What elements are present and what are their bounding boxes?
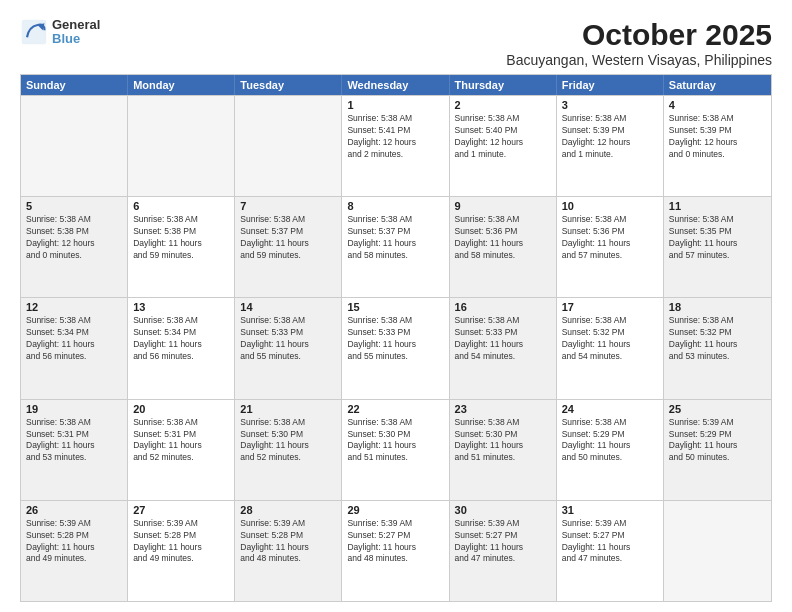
week-row-4: 26Sunrise: 5:39 AM Sunset: 5:28 PM Dayli… bbox=[21, 500, 771, 601]
main-title: October 2025 bbox=[506, 18, 772, 52]
cal-cell: 18Sunrise: 5:38 AM Sunset: 5:32 PM Dayli… bbox=[664, 298, 771, 398]
cal-cell: 26Sunrise: 5:39 AM Sunset: 5:28 PM Dayli… bbox=[21, 501, 128, 601]
day-info: Sunrise: 5:38 AM Sunset: 5:36 PM Dayligh… bbox=[455, 214, 551, 262]
day-info: Sunrise: 5:38 AM Sunset: 5:31 PM Dayligh… bbox=[26, 417, 122, 465]
day-number: 22 bbox=[347, 403, 443, 415]
cal-cell: 20Sunrise: 5:38 AM Sunset: 5:31 PM Dayli… bbox=[128, 400, 235, 500]
cal-cell: 17Sunrise: 5:38 AM Sunset: 5:32 PM Dayli… bbox=[557, 298, 664, 398]
day-number: 25 bbox=[669, 403, 766, 415]
day-info: Sunrise: 5:38 AM Sunset: 5:30 PM Dayligh… bbox=[455, 417, 551, 465]
header-day-monday: Monday bbox=[128, 75, 235, 95]
day-number: 29 bbox=[347, 504, 443, 516]
week-row-1: 5Sunrise: 5:38 AM Sunset: 5:38 PM Daylig… bbox=[21, 196, 771, 297]
day-info: Sunrise: 5:38 AM Sunset: 5:39 PM Dayligh… bbox=[669, 113, 766, 161]
cal-cell: 29Sunrise: 5:39 AM Sunset: 5:27 PM Dayli… bbox=[342, 501, 449, 601]
day-info: Sunrise: 5:38 AM Sunset: 5:33 PM Dayligh… bbox=[347, 315, 443, 363]
day-info: Sunrise: 5:38 AM Sunset: 5:41 PM Dayligh… bbox=[347, 113, 443, 161]
cal-cell: 7Sunrise: 5:38 AM Sunset: 5:37 PM Daylig… bbox=[235, 197, 342, 297]
day-number: 8 bbox=[347, 200, 443, 212]
cal-cell: 8Sunrise: 5:38 AM Sunset: 5:37 PM Daylig… bbox=[342, 197, 449, 297]
header-day-thursday: Thursday bbox=[450, 75, 557, 95]
cal-cell: 25Sunrise: 5:39 AM Sunset: 5:29 PM Dayli… bbox=[664, 400, 771, 500]
cal-cell: 3Sunrise: 5:38 AM Sunset: 5:39 PM Daylig… bbox=[557, 96, 664, 196]
day-number: 11 bbox=[669, 200, 766, 212]
cal-cell: 4Sunrise: 5:38 AM Sunset: 5:39 PM Daylig… bbox=[664, 96, 771, 196]
header-row: General Blue October 2025 Bacuyangan, We… bbox=[20, 18, 772, 68]
title-section: October 2025 Bacuyangan, Western Visayas… bbox=[506, 18, 772, 68]
cal-cell: 16Sunrise: 5:38 AM Sunset: 5:33 PM Dayli… bbox=[450, 298, 557, 398]
day-number: 21 bbox=[240, 403, 336, 415]
cal-cell: 12Sunrise: 5:38 AM Sunset: 5:34 PM Dayli… bbox=[21, 298, 128, 398]
cal-cell: 22Sunrise: 5:38 AM Sunset: 5:30 PM Dayli… bbox=[342, 400, 449, 500]
day-info: Sunrise: 5:38 AM Sunset: 5:36 PM Dayligh… bbox=[562, 214, 658, 262]
day-number: 17 bbox=[562, 301, 658, 313]
day-info: Sunrise: 5:39 AM Sunset: 5:27 PM Dayligh… bbox=[562, 518, 658, 566]
day-number: 19 bbox=[26, 403, 122, 415]
header-day-friday: Friday bbox=[557, 75, 664, 95]
cal-cell bbox=[128, 96, 235, 196]
week-row-3: 19Sunrise: 5:38 AM Sunset: 5:31 PM Dayli… bbox=[21, 399, 771, 500]
day-number: 14 bbox=[240, 301, 336, 313]
day-info: Sunrise: 5:38 AM Sunset: 5:34 PM Dayligh… bbox=[133, 315, 229, 363]
logo-icon bbox=[20, 18, 48, 46]
day-info: Sunrise: 5:38 AM Sunset: 5:34 PM Dayligh… bbox=[26, 315, 122, 363]
day-number: 1 bbox=[347, 99, 443, 111]
day-info: Sunrise: 5:38 AM Sunset: 5:30 PM Dayligh… bbox=[240, 417, 336, 465]
day-info: Sunrise: 5:38 AM Sunset: 5:30 PM Dayligh… bbox=[347, 417, 443, 465]
cal-cell: 31Sunrise: 5:39 AM Sunset: 5:27 PM Dayli… bbox=[557, 501, 664, 601]
calendar-body: 1Sunrise: 5:38 AM Sunset: 5:41 PM Daylig… bbox=[21, 95, 771, 601]
day-number: 2 bbox=[455, 99, 551, 111]
logo-line2: Blue bbox=[52, 32, 100, 46]
day-number: 5 bbox=[26, 200, 122, 212]
day-info: Sunrise: 5:38 AM Sunset: 5:31 PM Dayligh… bbox=[133, 417, 229, 465]
day-info: Sunrise: 5:39 AM Sunset: 5:28 PM Dayligh… bbox=[240, 518, 336, 566]
cal-cell bbox=[235, 96, 342, 196]
cal-cell: 28Sunrise: 5:39 AM Sunset: 5:28 PM Dayli… bbox=[235, 501, 342, 601]
cal-cell: 9Sunrise: 5:38 AM Sunset: 5:36 PM Daylig… bbox=[450, 197, 557, 297]
day-info: Sunrise: 5:38 AM Sunset: 5:38 PM Dayligh… bbox=[26, 214, 122, 262]
logo-text: General Blue bbox=[52, 18, 100, 47]
cal-cell bbox=[21, 96, 128, 196]
day-info: Sunrise: 5:38 AM Sunset: 5:29 PM Dayligh… bbox=[562, 417, 658, 465]
day-info: Sunrise: 5:38 AM Sunset: 5:32 PM Dayligh… bbox=[562, 315, 658, 363]
day-info: Sunrise: 5:38 AM Sunset: 5:38 PM Dayligh… bbox=[133, 214, 229, 262]
day-number: 7 bbox=[240, 200, 336, 212]
day-number: 15 bbox=[347, 301, 443, 313]
day-number: 12 bbox=[26, 301, 122, 313]
cal-cell: 21Sunrise: 5:38 AM Sunset: 5:30 PM Dayli… bbox=[235, 400, 342, 500]
day-info: Sunrise: 5:38 AM Sunset: 5:32 PM Dayligh… bbox=[669, 315, 766, 363]
day-number: 27 bbox=[133, 504, 229, 516]
day-number: 6 bbox=[133, 200, 229, 212]
calendar-header: SundayMondayTuesdayWednesdayThursdayFrid… bbox=[21, 75, 771, 95]
day-number: 16 bbox=[455, 301, 551, 313]
page: General Blue October 2025 Bacuyangan, We… bbox=[0, 0, 792, 612]
header-day-sunday: Sunday bbox=[21, 75, 128, 95]
day-number: 9 bbox=[455, 200, 551, 212]
cal-cell: 19Sunrise: 5:38 AM Sunset: 5:31 PM Dayli… bbox=[21, 400, 128, 500]
cal-cell: 6Sunrise: 5:38 AM Sunset: 5:38 PM Daylig… bbox=[128, 197, 235, 297]
week-row-2: 12Sunrise: 5:38 AM Sunset: 5:34 PM Dayli… bbox=[21, 297, 771, 398]
day-info: Sunrise: 5:38 AM Sunset: 5:39 PM Dayligh… bbox=[562, 113, 658, 161]
cal-cell: 15Sunrise: 5:38 AM Sunset: 5:33 PM Dayli… bbox=[342, 298, 449, 398]
day-number: 28 bbox=[240, 504, 336, 516]
day-number: 13 bbox=[133, 301, 229, 313]
week-row-0: 1Sunrise: 5:38 AM Sunset: 5:41 PM Daylig… bbox=[21, 95, 771, 196]
day-info: Sunrise: 5:38 AM Sunset: 5:33 PM Dayligh… bbox=[240, 315, 336, 363]
day-number: 23 bbox=[455, 403, 551, 415]
cal-cell: 2Sunrise: 5:38 AM Sunset: 5:40 PM Daylig… bbox=[450, 96, 557, 196]
logo: General Blue bbox=[20, 18, 100, 47]
day-number: 24 bbox=[562, 403, 658, 415]
cal-cell: 14Sunrise: 5:38 AM Sunset: 5:33 PM Dayli… bbox=[235, 298, 342, 398]
cal-cell: 13Sunrise: 5:38 AM Sunset: 5:34 PM Dayli… bbox=[128, 298, 235, 398]
calendar: SundayMondayTuesdayWednesdayThursdayFrid… bbox=[20, 74, 772, 602]
cal-cell: 1Sunrise: 5:38 AM Sunset: 5:41 PM Daylig… bbox=[342, 96, 449, 196]
day-number: 30 bbox=[455, 504, 551, 516]
cal-cell bbox=[664, 501, 771, 601]
day-number: 3 bbox=[562, 99, 658, 111]
day-info: Sunrise: 5:39 AM Sunset: 5:29 PM Dayligh… bbox=[669, 417, 766, 465]
day-info: Sunrise: 5:38 AM Sunset: 5:37 PM Dayligh… bbox=[347, 214, 443, 262]
cal-cell: 24Sunrise: 5:38 AM Sunset: 5:29 PM Dayli… bbox=[557, 400, 664, 500]
cal-cell: 30Sunrise: 5:39 AM Sunset: 5:27 PM Dayli… bbox=[450, 501, 557, 601]
day-number: 18 bbox=[669, 301, 766, 313]
day-info: Sunrise: 5:39 AM Sunset: 5:27 PM Dayligh… bbox=[347, 518, 443, 566]
